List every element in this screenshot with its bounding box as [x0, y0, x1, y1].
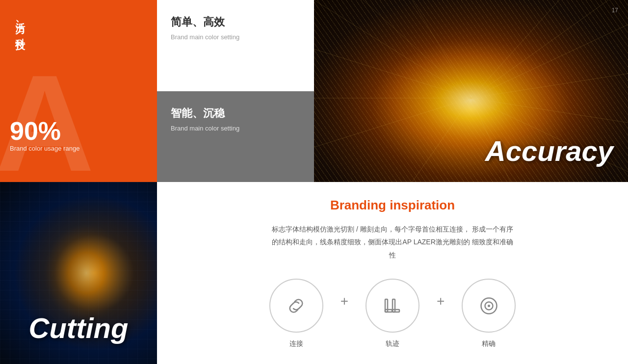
- precision-label: 精确: [482, 339, 496, 348]
- color-panels: 简单、高效 Brand main color setting 智能、沉稳 Bra…: [157, 0, 314, 182]
- branding-title: Branding inspiration: [330, 198, 455, 213]
- icon-item-connect: 连接: [257, 279, 336, 348]
- plus-2: +: [437, 293, 445, 309]
- laser-top-panel: 17 Accuracy: [314, 0, 628, 182]
- svg-rect-19: [392, 310, 399, 312]
- white-panel: 简单、高效 Brand main color setting: [157, 0, 314, 91]
- branding-description: 标志字体结构模仿激光切割 / 雕刻走向，每个字母首位相互连接， 形成一个有序的结…: [270, 223, 515, 262]
- page-number: 17: [612, 7, 618, 14]
- connect-icon: [283, 292, 310, 319]
- icon-circle-connect: [269, 279, 323, 333]
- cutting-panel: Cutting: [0, 182, 157, 364]
- percentage-value: 90%: [10, 118, 79, 144]
- precision-icon: [475, 292, 502, 319]
- vertical-text: 活力、科技: [12, 15, 28, 34]
- cutting-text: Cutting: [29, 312, 129, 344]
- icon-circle-track: [366, 279, 419, 333]
- plus-1: +: [340, 293, 348, 309]
- icon-item-precision: 精确: [449, 279, 528, 348]
- track-icon: [379, 292, 406, 319]
- icon-circle-precision: [462, 279, 516, 333]
- gray-panel-title: 智能、沉稳: [171, 106, 300, 121]
- white-panel-title: 简单、高效: [171, 15, 300, 29]
- branding-panel: Branding inspiration 标志字体结构模仿激光切割 / 雕刻走向…: [157, 182, 628, 364]
- orange-panel: A 活力、科技 90% Brand color usage range: [0, 0, 157, 182]
- white-panel-subtitle: Brand main color setting: [171, 33, 300, 41]
- accuracy-text: Accuracy: [485, 134, 613, 167]
- connect-label: 连接: [289, 339, 303, 348]
- svg-rect-17: [385, 310, 392, 312]
- percentage-block: 90% Brand color usage range: [10, 118, 79, 153]
- icon-item-track: 轨迹: [353, 279, 432, 348]
- gray-panel-subtitle: Brand main color setting: [171, 125, 300, 132]
- gray-panel: 智能、沉稳 Brand main color setting: [157, 91, 314, 182]
- track-label: 轨迹: [386, 339, 399, 348]
- svg-point-22: [488, 305, 490, 307]
- percentage-label: Brand color usage range: [10, 145, 79, 152]
- icons-row: 连接 + 轨迹 +: [196, 279, 589, 348]
- main-layout: A 活力、科技 90% Brand color usage range 简单、高…: [0, 0, 628, 364]
